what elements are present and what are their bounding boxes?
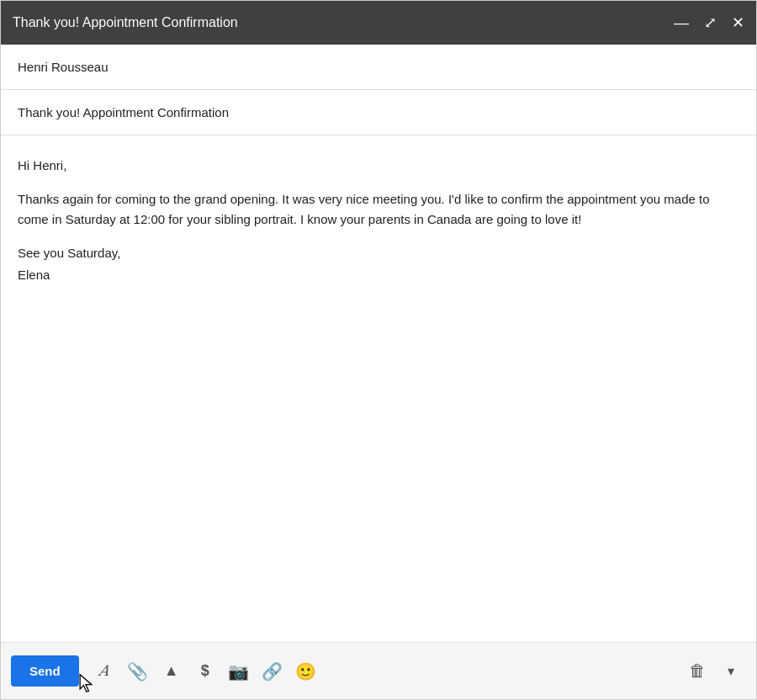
paperclip-icon: 📎 <box>127 661 148 681</box>
trash-icon: 🗑 <box>689 661 706 681</box>
insert-money-button[interactable]: $ <box>190 656 220 687</box>
more-options-button[interactable]: ▾ <box>716 656 746 687</box>
send-button[interactable]: Send <box>11 655 79 687</box>
email-paragraph: Thanks again for coming to the grand ope… <box>18 189 739 230</box>
attach-file-button[interactable]: 📎 <box>123 656 153 687</box>
insert-link-button[interactable]: 🔗 <box>257 656 288 687</box>
chevron-down-icon: ▾ <box>728 663 734 679</box>
subject-value: Thank you! Appointment Confirmation <box>18 105 229 119</box>
font-icon: 𝐴 <box>99 662 109 680</box>
title-bar: Thank you! Appointment Confirmation — ⤢ … <box>1 1 756 45</box>
font-format-button[interactable]: 𝐴 <box>89 656 119 687</box>
drive-icon: ▲ <box>164 662 179 680</box>
delete-button[interactable]: 🗑 <box>682 656 712 687</box>
to-field[interactable]: Henri Rousseau <box>1 45 756 90</box>
subject-field[interactable]: Thank you! Appointment Confirmation <box>1 90 756 135</box>
email-compose-window: Thank you! Appointment Confirmation — ⤢ … <box>0 0 757 700</box>
close-button[interactable]: ✕ <box>732 15 744 30</box>
email-signature: Elena <box>18 265 739 285</box>
to-value: Henri Rousseau <box>18 60 109 74</box>
email-body[interactable]: Hi Henri, Thanks again for coming to the… <box>1 135 756 642</box>
insert-emoji-button[interactable]: 🙂 <box>291 656 321 687</box>
email-closing: See you Saturday, <box>18 243 739 263</box>
google-drive-button[interactable]: ▲ <box>156 656 187 687</box>
compose-toolbar: Send 𝐴 📎 ▲ $ 📷 🔗 🙂 🗑 <box>1 642 756 699</box>
emoji-icon: 🙂 <box>295 661 316 681</box>
dollar-icon: $ <box>201 662 209 680</box>
email-greeting: Hi Henri, <box>18 156 739 176</box>
minimize-button[interactable]: — <box>674 15 689 30</box>
window-title: Thank you! Appointment Confirmation <box>13 15 238 30</box>
camera-icon: 📷 <box>228 661 249 681</box>
maximize-button[interactable]: ⤢ <box>704 15 717 30</box>
link-icon: 🔗 <box>262 661 283 681</box>
insert-photo-button[interactable]: 📷 <box>224 656 254 687</box>
send-button-wrapper: Send <box>11 655 86 687</box>
window-controls: — ⤢ ✕ <box>674 15 744 30</box>
